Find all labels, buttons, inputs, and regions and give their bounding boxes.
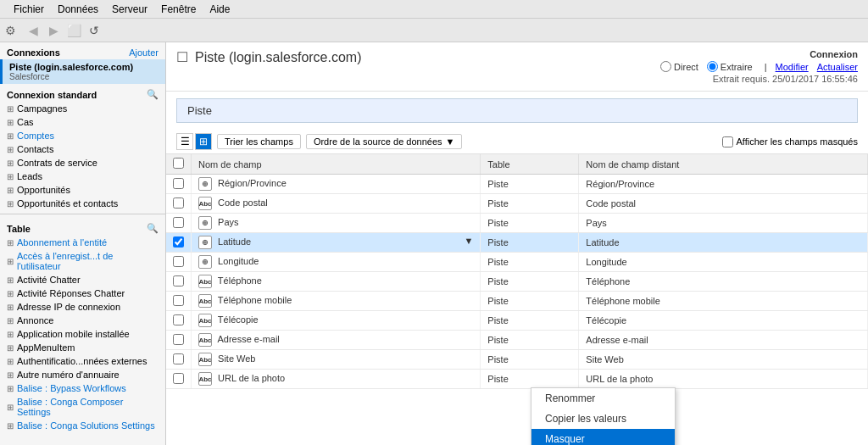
show-hidden[interactable]: Afficher les champs masqués	[722, 136, 858, 147]
row-checkbox[interactable]	[173, 314, 184, 325]
sidebar-item-app-mobile[interactable]: ⊞ Application mobile installée	[0, 327, 165, 341]
row-checkbox[interactable]	[173, 178, 184, 189]
row-checkbox[interactable]	[173, 217, 184, 228]
table-row[interactable]: ⊕ Latitude ▼ Piste Latitude	[166, 233, 868, 253]
sort-button[interactable]: Trier les champs	[217, 134, 301, 149]
row-dropdown-arrow[interactable]: ▼	[464, 236, 473, 246]
radio-extraire[interactable]	[707, 61, 718, 72]
radio-direct-label[interactable]: Direct	[660, 61, 698, 72]
back-button[interactable]: ◀	[25, 22, 42, 39]
table-row[interactable]: Abc Adresse e-mail Piste Adresse e-mail	[166, 331, 868, 350]
row-checkbox[interactable]	[173, 334, 184, 345]
radio-direct[interactable]	[660, 61, 671, 72]
forward-button[interactable]: ▶	[45, 22, 62, 39]
sidebar-item-label[interactable]: Accès à l'enregist...t de l'utilisateur	[17, 251, 159, 271]
show-hidden-checkbox[interactable]	[722, 136, 733, 147]
actualiser-link[interactable]: Actualiser	[817, 62, 858, 72]
sidebar-item-leads[interactable]: ⊞ Leads	[0, 170, 165, 183]
row-checkbox[interactable]	[173, 256, 184, 267]
sidebar-item-acces[interactable]: ⊞ Accès à l'enregist...t de l'utilisateu…	[0, 249, 165, 273]
row-checkbox[interactable]	[173, 353, 184, 364]
row-checkbox[interactable]	[173, 373, 184, 384]
sidebar-item-balise-bypass[interactable]: ⊞ Balise : Bypass Workflows	[0, 381, 165, 395]
remote-name-cell: Site Web	[579, 350, 868, 370]
sidebar-item-label[interactable]: Balise : Conga Composer Settings	[17, 397, 159, 417]
table-search-icon[interactable]: 🔍	[147, 223, 159, 234]
menu-serveur[interactable]: Serveur	[105, 2, 154, 17]
field-name-cell[interactable]: ⊕ Région/Province	[192, 175, 481, 194]
sidebar-item-opportunites[interactable]: ⊞ Opportunités	[0, 183, 165, 197]
active-connection[interactable]: Piste (login.salesforce.com) Salesforce	[0, 59, 165, 84]
menu-fichier[interactable]: Fichier	[7, 2, 51, 17]
sidebar-item-cas[interactable]: ⊞ Cas	[0, 115, 165, 129]
context-menu-item[interactable]: Renommer	[531, 388, 675, 409]
sidebar-item-label: Campagnes	[17, 103, 67, 114]
sidebar-item-campagnes[interactable]: ⊞ Campagnes	[0, 102, 165, 115]
sidebar-item-contacts[interactable]: ⊞ Contacts	[0, 142, 165, 156]
table-view-btn[interactable]: ⊞	[195, 133, 212, 150]
menu-donnees[interactable]: Données	[51, 2, 105, 17]
table-controls-right: Afficher les champs masqués	[722, 136, 858, 147]
order-dropdown[interactable]: Ordre de la source de données ▼	[306, 134, 463, 149]
field-name-cell[interactable]: Abc Téléphone	[192, 272, 481, 292]
row-checkbox-cell	[166, 253, 192, 272]
row-checkbox[interactable]	[173, 197, 184, 209]
modifier-link[interactable]: Modifier	[776, 62, 809, 72]
menu-fenetre[interactable]: Fenêtre	[154, 2, 203, 17]
list-view-btn[interactable]: ☰	[176, 133, 193, 150]
field-name-cell[interactable]: ⊕ Pays	[192, 214, 481, 233]
context-menu-item[interactable]: Copier les valeurs	[531, 409, 675, 429]
sidebar-item-auth[interactable]: ⊞ Authentificatio...nnées externes	[0, 354, 165, 368]
sidebar-item-appmenuitem[interactable]: ⊞ AppMenuItem	[0, 341, 165, 354]
sidebar-item-opportunites-contacts[interactable]: ⊞ Opportunités et contacts	[0, 197, 165, 210]
table-row[interactable]: Abc URL de la photo Piste URL de la phot…	[166, 370, 868, 389]
field-name-cell[interactable]: ⊕ Latitude ▼	[192, 233, 481, 253]
sidebar-item-label: Opportunités	[17, 185, 70, 195]
table-row[interactable]: Abc Téléphone mobile Piste Téléphone mob…	[166, 292, 868, 311]
table-row[interactable]: ⊕ Longitude Piste Longitude	[166, 253, 868, 272]
table-row[interactable]: Abc Code postal Piste Code postal	[166, 194, 868, 214]
sidebar-item-label[interactable]: Comptes	[17, 131, 54, 141]
row-checkbox[interactable]	[173, 275, 184, 286]
sidebar-item-balise-conga-solutions[interactable]: ⊞ Balise : Conga Solutions Settings	[0, 419, 165, 432]
sidebar-item-autre-numero[interactable]: ⊞ Autre numéro d'annuaire	[0, 368, 165, 381]
sidebar-item-adresse-ip[interactable]: ⊞ Adresse IP de connexion	[0, 300, 165, 314]
row-checkbox[interactable]	[173, 236, 184, 248]
menu-aide[interactable]: Aide	[203, 2, 236, 17]
grid-icon: ⊞	[7, 131, 14, 141]
search-icon[interactable]: 🔍	[147, 89, 159, 100]
sidebar-item-comptes[interactable]: ⊞ Comptes	[0, 129, 165, 142]
table-row[interactable]: ⊕ Région/Province Piste Région/Province	[166, 175, 868, 194]
sidebar-item-label[interactable]: Balise : Conga Solutions Settings	[17, 420, 155, 431]
sidebar-item-label[interactable]: Abonnement à l'entité	[17, 237, 107, 248]
field-name-cell[interactable]: Abc Télécopie	[192, 311, 481, 331]
sidebar-item-label[interactable]: Balise : Bypass Workflows	[17, 383, 126, 393]
radio-extraire-label[interactable]: Extraire	[707, 61, 753, 72]
field-name-cell[interactable]: Abc Code postal	[192, 194, 481, 214]
field-name-cell[interactable]: ⊕ Longitude	[192, 253, 481, 272]
sidebar-item-activite-reponses[interactable]: ⊞ Activité Réponses Chatter	[0, 286, 165, 300]
table-row[interactable]: Abc Télécopie Piste Télécopie	[166, 311, 868, 331]
row-checkbox[interactable]	[173, 295, 184, 306]
sidebar-item-abonnement[interactable]: ⊞ Abonnement à l'entité	[0, 236, 165, 249]
sidebar-item-balise-conga[interactable]: ⊞ Balise : Conga Composer Settings	[0, 395, 165, 419]
sidebar-item-contrats[interactable]: ⊞ Contrats de service	[0, 156, 165, 170]
sidebar-item-activite-chatter[interactable]: ⊞ Activité Chatter	[0, 273, 165, 286]
grid-icon: ⊞	[7, 186, 14, 195]
field-name-cell[interactable]: Abc Site Web	[192, 350, 481, 370]
refresh-button[interactable]: ↺	[86, 22, 103, 39]
field-name: Télécopie	[218, 314, 259, 325]
field-name-cell[interactable]: Abc Adresse e-mail	[192, 331, 481, 350]
table-row[interactable]: ⊕ Pays Piste Pays	[166, 214, 868, 233]
field-name-cell[interactable]: Abc URL de la photo	[192, 370, 481, 389]
table-cell: Piste	[481, 175, 579, 194]
home-button[interactable]: ⬜	[65, 22, 82, 39]
add-connection-link[interactable]: Ajouter	[129, 47, 159, 58]
sidebar-item-annonce[interactable]: ⊞ Annonce	[0, 314, 165, 327]
select-all-checkbox[interactable]	[173, 158, 184, 169]
context-menu-item[interactable]: Masquer	[531, 429, 675, 445]
table-row[interactable]: Abc Téléphone Piste Téléphone	[166, 272, 868, 292]
table-row[interactable]: Abc Site Web Piste Site Web	[166, 350, 868, 370]
field-name-cell[interactable]: Abc Téléphone mobile	[192, 292, 481, 311]
table-cell: Piste	[481, 214, 579, 233]
